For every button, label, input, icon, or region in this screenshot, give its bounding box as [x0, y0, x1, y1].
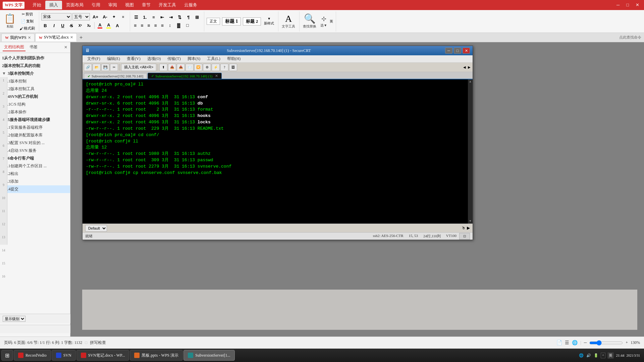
taskbar-app-recordvedio[interactable]: RecordVedio: [14, 350, 51, 361]
wps-minimize[interactable]: ─: [614, 2, 622, 8]
sidebar-item-16[interactable]: 6.2检出: [0, 170, 70, 178]
status-spell[interactable]: 拼写检查: [90, 340, 106, 346]
scrt-btn-10[interactable]: ⚙: [203, 64, 211, 71]
scrt-btn-13[interactable]: 🖼: [229, 64, 237, 71]
scrt-tab-2-close[interactable]: ✕: [215, 74, 218, 78]
align-dist[interactable]: ≡: [159, 22, 165, 29]
add-doc-tab[interactable]: +: [77, 35, 85, 41]
underline-button[interactable]: U: [59, 22, 67, 29]
style-biaoti2[interactable]: 标题 2: [243, 17, 261, 25]
view-web-icon[interactable]: 🌐: [572, 340, 578, 346]
scrt-btn-11[interactable]: ⚡: [212, 64, 220, 71]
font-shadow[interactable]: A: [113, 22, 121, 29]
scrt-insert-host[interactable]: 插入主机 <Alt+R>: [121, 64, 156, 71]
sidebar-tab-structure[interactable]: 文档结构图: [3, 44, 25, 51]
doc-tab-svn-close[interactable]: ✕: [70, 35, 73, 40]
sidebar-item-12[interactable]: 5.3配置 SVN 对应的 ...: [0, 139, 70, 147]
superscript-button[interactable]: X²: [76, 23, 84, 28]
wps-logo[interactable]: WPS 文字: [3, 2, 24, 9]
scrt-menu-view[interactable]: 查看(V): [123, 55, 144, 62]
terminal-scrollbar[interactable]: ▲ ▼: [468, 79, 473, 224]
font-size-increase[interactable]: A+: [91, 13, 100, 20]
sidebar-item-11[interactable]: 5.2创建并配置版本库: [0, 131, 70, 139]
menu-tab-shitu[interactable]: 视图: [121, 1, 138, 9]
font-size-decrease[interactable]: A-: [101, 13, 109, 20]
style-zhengwen[interactable]: 正文: [207, 18, 220, 25]
wenzigongju-button[interactable]: A 文字工具: [280, 13, 297, 29]
sidebar-item-4[interactable]: 3.1版本控制: [0, 77, 70, 85]
sidebar-item-13[interactable]: 5.4启动 SVN 服务: [0, 147, 70, 155]
doc-tab-mywps-close[interactable]: ✕: [28, 36, 31, 40]
scrt-btn-4[interactable]: ✂: [110, 64, 118, 71]
sidebar-item-17[interactable]: 6.3添加: [0, 178, 70, 185]
taskbar-app-pptx[interactable]: 黑板.pptx - WPS 演示: [130, 350, 183, 361]
scrt-menu-script[interactable]: 脚本(S): [184, 55, 204, 62]
sidebar-item-1[interactable]: 1从个人开发到团队协作: [0, 54, 70, 62]
scrt-btn-12[interactable]: ?: [220, 64, 228, 71]
taskbar-app-securecrt[interactable]: SubversionServer[1...: [183, 350, 234, 361]
sidebar-item-9[interactable]: ▼ 5服务器端环境搭建步骤: [0, 116, 70, 124]
status-zoom-decrease[interactable]: ─: [584, 340, 587, 345]
menu-tab-yinyong[interactable]: 引用: [88, 1, 104, 9]
menu-tab-charu[interactable]: 插入: [45, 1, 62, 9]
scrt-tab-2[interactable]: ✔ SubversionServer[192.168.70.140] (1) ✕: [148, 73, 222, 79]
sidebar-item-5[interactable]: 3.2版本控制工具: [0, 85, 70, 93]
scrt-close[interactable]: ✕: [463, 48, 470, 54]
sidebar-tab-bookmark[interactable]: 书签: [28, 44, 39, 51]
find-replace-button[interactable]: 🔍 查找替换: [302, 13, 318, 29]
menu-tab-shenyue[interactable]: 审阅: [104, 1, 121, 9]
scrt-btn-6[interactable]: 📤: [168, 64, 176, 71]
paste-button[interactable]: 📋 粘贴: [3, 13, 17, 29]
tray-volume[interactable]: 🔊: [586, 353, 591, 358]
scrt-scroll-right[interactable]: ▶: [467, 65, 471, 70]
format-option[interactable]: ≡: [119, 14, 127, 20]
term-scroll-up[interactable]: ▲: [469, 79, 472, 84]
scrt-menu-file[interactable]: 文件(F): [84, 55, 104, 62]
indent-decrease[interactable]: ⇤: [158, 14, 166, 21]
italic-button[interactable]: I: [50, 22, 58, 29]
zoom-slider[interactable]: [589, 340, 623, 346]
align-center[interactable]: ≡: [139, 22, 145, 29]
doc-tab-svn[interactable]: W SVN笔记.docx ✕: [35, 33, 77, 42]
list-ordered[interactable]: 1.: [141, 14, 149, 21]
more-styles[interactable]: ▼ 新样式: [263, 16, 275, 26]
scrt-btn-5[interactable]: ⬆: [159, 64, 167, 71]
tray-lang[interactable]: 英: [607, 352, 614, 359]
wps-maximize[interactable]: □: [624, 2, 631, 8]
scrt-menu-transfer[interactable]: 传输(T): [164, 55, 184, 62]
taskbar-app-svn[interactable]: SVN: [52, 350, 76, 361]
sidebar-item-10[interactable]: 5.1安装服务器端程序: [0, 124, 70, 131]
bottom-icon-2[interactable]: ▶: [467, 226, 470, 231]
font-color-AB[interactable]: A: [96, 21, 104, 29]
sidebar-item-3[interactable]: ▼ 3版本控制简介: [0, 70, 70, 77]
menu-tab-dev[interactable]: 开发工具: [155, 1, 180, 9]
scrt-btn-2[interactable]: 📂: [93, 64, 101, 71]
line-spacing[interactable]: ↕: [166, 22, 174, 29]
format-brush-button[interactable]: 🖌 格式刷: [18, 25, 36, 32]
scrt-maximize[interactable]: □: [454, 48, 461, 54]
align-left[interactable]: ≡: [132, 22, 138, 29]
outline-list[interactable]: ≡: [150, 14, 158, 21]
indent-increase[interactable]: ⇥: [167, 14, 175, 21]
subscript-button[interactable]: X₂: [85, 23, 93, 28]
tray-network[interactable]: 🌐: [579, 353, 584, 358]
highlight-button[interactable]: A: [105, 21, 113, 29]
doc-tab-mywps[interactable]: W 我的WPS ✕: [1, 34, 35, 42]
view-outline-icon[interactable]: ☰: [565, 340, 569, 346]
scrt-menu-edit[interactable]: 编辑(E): [104, 55, 123, 62]
sidebar-item-18[interactable]: 6.4提交: [0, 185, 70, 193]
menu-tab-zhangjie[interactable]: 章节: [138, 1, 155, 9]
select-button[interactable]: ⊹ 选▼: [319, 14, 328, 28]
show-marks[interactable]: ¶: [184, 14, 193, 21]
scrt-btn-9[interactable]: 🔀: [194, 64, 202, 71]
session-dropdown[interactable]: Default: [85, 225, 107, 232]
clear-format[interactable]: ✦: [110, 14, 118, 20]
sidebar-item-15[interactable]: 6.1创建两个工作区目 ...: [0, 162, 70, 170]
sidebar-item-6[interactable]: ▼ 4SVN的工作机制: [0, 93, 70, 101]
securecrt-terminal[interactable]: [root@rich pro_oa]# ll 总用量 24 drwxr-xr-x…: [83, 79, 473, 224]
scrt-btn-7[interactable]: 📥: [177, 64, 185, 71]
align-justify[interactable]: ≡: [153, 22, 159, 29]
view-normal-icon[interactable]: 📄: [556, 340, 562, 346]
doc-tab-search[interactable]: 点此查找命令: [619, 35, 641, 40]
para-shading[interactable]: ▓: [175, 22, 183, 29]
